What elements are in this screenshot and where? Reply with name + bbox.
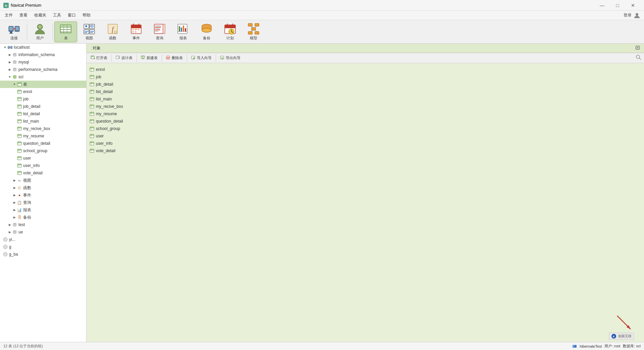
sidebar-db-g[interactable]: g [0, 243, 86, 251]
sidebar-table-my-recive-box[interactable]: my_recive_box [0, 125, 86, 132]
toolbar-user[interactable]: 用户 [29, 21, 51, 42]
table-icon [17, 104, 22, 109]
svg-rect-93 [17, 90, 21, 91]
table-item-vote-detail[interactable]: vote_detail [88, 147, 643, 155]
design-table-button[interactable]: 设计表 [113, 54, 135, 62]
table-label: job [23, 97, 29, 101]
toolbar-report[interactable]: 报表 [172, 21, 195, 42]
svg-rect-209 [90, 134, 94, 135]
sidebar-table-vote-detail[interactable]: vote_detail [0, 169, 86, 177]
db-label: information_schema [18, 52, 55, 57]
event-label: 事件 [132, 36, 140, 41]
sidebar-table-user-info[interactable]: user_info [0, 162, 86, 169]
sidebar-functions-group[interactable]: ▶ f() 函数 [0, 184, 86, 191]
sidebar-table-enrol[interactable]: enrol [0, 88, 86, 95]
table-name: user_info [96, 141, 112, 146]
import-wizard-button[interactable]: 导入向导 [189, 54, 214, 62]
login-area[interactable]: 登录 [624, 12, 643, 18]
sidebar-table-user[interactable]: user [0, 155, 86, 162]
menu-favorites[interactable]: 收藏夹 [31, 11, 50, 19]
sidebar-db-scl[interactable]: ▼ scl [0, 73, 86, 81]
sidebar-table-list-main[interactable]: list_main [0, 118, 86, 125]
export-wizard-button[interactable]: 导出向导 [217, 54, 243, 62]
sidebar-backup-group[interactable]: ▶ 🗄 备份 [0, 214, 86, 221]
toolbar-view[interactable]: 视图 [78, 21, 101, 42]
table-name: vote_detail [96, 148, 115, 153]
menu-view[interactable]: 查看 [16, 11, 31, 19]
sidebar-table-question-detail[interactable]: question_detail [0, 140, 86, 147]
user-info: 用户: root [604, 344, 620, 349]
delete-table-button[interactable]: 删除表 [163, 54, 185, 62]
toolbar-connect[interactable]: 连接 [3, 21, 25, 42]
search-button[interactable] [635, 53, 643, 62]
svg-rect-109 [17, 120, 21, 121]
sidebar-events-group[interactable]: ▶ ● 事件 [0, 191, 86, 199]
maximize-button[interactable]: □ [610, 0, 625, 11]
titlebar: N Navicat Premium — □ ✕ [0, 0, 644, 11]
toolbar-schedule[interactable]: 计划 [219, 21, 241, 42]
db-label: performance_schema [18, 67, 57, 72]
sidebar-db-g-ba[interactable]: g_ba [0, 251, 86, 258]
sidebar-connection[interactable]: ▼ localhost [0, 44, 86, 51]
db-icon [12, 222, 17, 227]
expand-icon: ▶ [7, 68, 12, 71]
table-item-list-detail[interactable]: list_detail [88, 88, 643, 95]
table-item-job[interactable]: job [88, 73, 643, 81]
svg-rect-80 [11, 46, 12, 48]
toolbar-backup[interactable]: 备份 [195, 21, 218, 42]
toolbar-model[interactable]: 模型 [242, 21, 265, 42]
sidebar-db-mysql[interactable]: ▶ mysql [0, 58, 86, 66]
sidebar-reports-group[interactable]: ▶ 📊 报表 [0, 206, 86, 214]
table-item-question-detail[interactable]: question_detail [88, 118, 643, 125]
table-item-user-info[interactable]: user_info [88, 140, 643, 147]
table-item-enrol[interactable]: enrol [88, 66, 643, 73]
design-table-icon [116, 55, 120, 61]
toolbar-query[interactable]: 查询 [148, 21, 171, 42]
sidebar-table-school-group[interactable]: school_group [0, 147, 86, 155]
sidebar-tables-group[interactable]: ▼ 表 [0, 81, 86, 88]
sidebar-db-ue[interactable]: ▶ ue [0, 228, 86, 236]
export-icon [220, 55, 225, 61]
table-item-my-recive-box[interactable]: my_recive_box [88, 103, 643, 110]
svg-rect-193 [90, 105, 94, 106]
svg-rect-30 [90, 32, 93, 33]
sidebar-db-yi[interactable]: yi... [0, 236, 86, 243]
open-table-button[interactable]: 打开表 [88, 54, 110, 62]
toolbar-event[interactable]: ⚡ 事件 [125, 21, 148, 42]
design-table-label: 设计表 [121, 55, 132, 60]
toolbar-function[interactable]: f () 函数 [101, 21, 124, 42]
sidebar-queries-group[interactable]: ▶ 📋 查询 [0, 199, 86, 206]
table-item-list-main[interactable]: list_main [88, 95, 643, 103]
sidebar-db-performance-schema[interactable]: ▶ performance_schema [0, 66, 86, 73]
svg-rect-19 [60, 25, 71, 27]
import-icon [191, 55, 196, 61]
menu-tools[interactable]: 工具 [50, 11, 64, 19]
tabbar-action-btn[interactable] [634, 45, 641, 52]
schedule-label: 计划 [226, 36, 234, 41]
table-item-job-detail[interactable]: job_detail [88, 81, 643, 88]
table-name: user [96, 134, 104, 138]
menu-window[interactable]: 窗口 [64, 11, 79, 19]
table-item-school-group[interactable]: school_group [88, 125, 643, 132]
svg-rect-129 [17, 157, 21, 158]
sidebar-table-job-detail[interactable]: job_detail [0, 103, 86, 110]
minimize-button[interactable]: — [594, 0, 610, 11]
sidebar-db-test[interactable]: ▶ test [0, 221, 86, 228]
table-item-my-resume[interactable]: my_resume [88, 110, 643, 118]
close-button[interactable]: ✕ [625, 0, 641, 11]
sidebar-table-job[interactable]: job [0, 95, 86, 103]
new-table-button[interactable]: 新建表 [138, 54, 160, 62]
table-name: my_resume [96, 112, 117, 116]
menu-help[interactable]: 帮助 [79, 11, 94, 19]
table-item-user[interactable]: user [88, 132, 643, 140]
objects-tab[interactable]: 对象 [89, 44, 104, 52]
sidebar-views-group[interactable]: ▶ ∞ 视图 [0, 177, 86, 184]
svg-text:K: K [613, 335, 615, 338]
report-label: 报表 [179, 36, 187, 41]
sidebar-db-information-schema[interactable]: ▶ information_schema [0, 51, 86, 58]
sidebar-table-my-resume[interactable]: my_resume [0, 132, 86, 140]
toolbar-table[interactable]: 表 [54, 21, 77, 42]
menu-file[interactable]: 文件 [1, 11, 16, 19]
sidebar-table-list-detail[interactable]: list_detail [0, 110, 86, 118]
svg-rect-181 [90, 83, 94, 84]
